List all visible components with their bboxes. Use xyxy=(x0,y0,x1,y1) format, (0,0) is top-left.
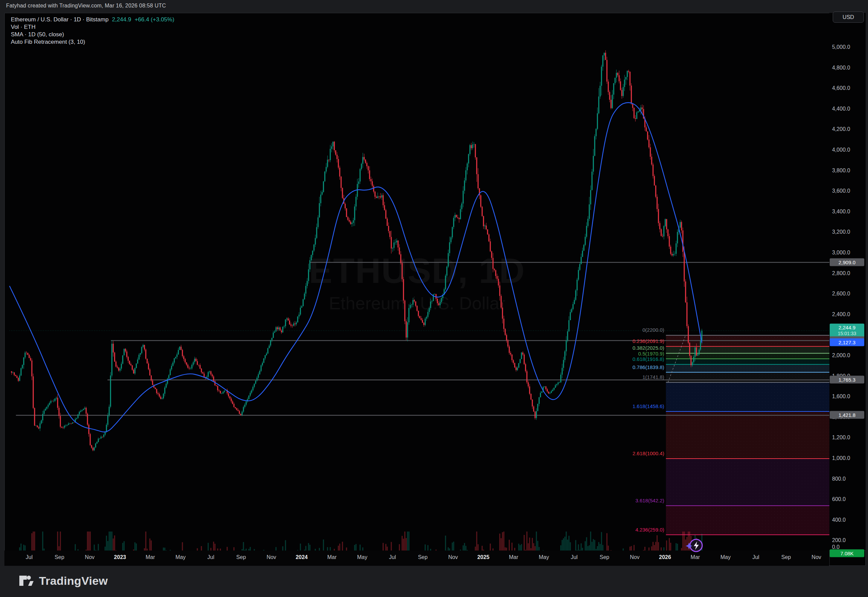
time-month-label: Sep xyxy=(236,554,246,560)
price-tick-label: 3,600.0 xyxy=(832,188,850,194)
sma-line[interactable] xyxy=(9,102,702,432)
price-tick-label: 3,200.0 xyxy=(832,229,850,235)
ai-lightning-icon[interactable] xyxy=(685,537,704,555)
fib-level-label: 3.618(542.2) xyxy=(5,497,664,503)
price-badge-green: 7.08K xyxy=(830,549,864,557)
price-badge-blue: 2,127.3 xyxy=(830,339,864,346)
time-month-label: Nov xyxy=(85,554,94,560)
candle-bodies-down xyxy=(12,53,696,450)
price-tick-label: 4,000.0 xyxy=(832,147,850,153)
time-month-label: Sep xyxy=(781,554,791,560)
price-badge-teal: 2,244.915:01:33 xyxy=(830,324,864,337)
price-tick-label: 4,800.0 xyxy=(832,65,850,71)
fib-level-label: 1(1741.8) xyxy=(5,374,664,380)
price-tick-label: 1,200.0 xyxy=(832,435,850,441)
time-month-label: May xyxy=(357,554,367,560)
legend-sma-row[interactable]: SMA · 1D (50, close) xyxy=(11,31,174,38)
time-month-label: Jul xyxy=(207,554,214,560)
attribution-bar: Fatyhad created with TradingView.com, Ma… xyxy=(0,0,868,13)
price-tick-label: 3,400.0 xyxy=(832,209,850,215)
legend: Ethereum / U.S. Dollar · 1D · Bitstamp2,… xyxy=(11,16,174,46)
fib-level-label: 1.618(1458.6) xyxy=(5,403,664,409)
fib-level-label: 0.618(1916.8) xyxy=(5,356,664,362)
price-tick-label: 5,000.0 xyxy=(832,44,850,50)
price-badge-gray: 1,765.3 xyxy=(830,376,864,384)
price-axis[interactable]: 5,000.04,800.04,600.04,400.04,200.04,000… xyxy=(829,13,866,550)
time-year-label: 2025 xyxy=(477,554,490,560)
price-tick-label: 3,800.0 xyxy=(832,168,850,174)
tradingview-logo-text: TradingView xyxy=(39,574,108,588)
attribution-text: Fatyhad created with TradingView.com, Ma… xyxy=(6,3,166,9)
candle-wicks-down xyxy=(12,50,696,451)
candlestick-chart[interactable] xyxy=(5,13,829,551)
price-tick-label: 1,000.0 xyxy=(832,455,850,461)
price-tick-label: 2,000.0 xyxy=(832,352,850,359)
time-month-label: Jul xyxy=(389,554,396,560)
time-month-label: Jul xyxy=(752,554,759,560)
time-month-label: May xyxy=(720,554,731,560)
fib-band-texture xyxy=(666,335,829,535)
volume-bars-up xyxy=(13,532,702,551)
time-month-label: May xyxy=(539,554,549,560)
brand-bar: TradingView xyxy=(0,566,868,597)
time-month-label: Nov xyxy=(267,554,276,560)
fib-level-label: 2.618(1000.4) xyxy=(5,450,664,456)
legend-volume-row[interactable]: Vol · ETH xyxy=(11,24,174,31)
tradingview-mark-icon xyxy=(19,573,34,588)
price-tick-label: 1,600.0 xyxy=(832,394,850,399)
time-month-label: Mar xyxy=(327,554,337,560)
price-tick-label: 4,200.0 xyxy=(832,126,850,132)
price-tick-label: 400.0 xyxy=(832,517,846,523)
fib-level-label: 4.236(259.0) xyxy=(5,526,664,532)
time-month-label: Sep xyxy=(55,554,64,560)
time-month-label: Jul xyxy=(571,554,578,560)
fib-level-label: 0.786(1839.8) xyxy=(5,364,664,370)
time-month-label: Sep xyxy=(418,554,428,560)
time-month-label: Mar xyxy=(509,554,518,560)
time-year-label: 2026 xyxy=(659,554,671,560)
candle-bodies-up xyxy=(13,53,702,450)
price-tick-label: 600.0 xyxy=(832,496,846,502)
legend-price: 2,244.9 xyxy=(112,16,131,23)
time-axis[interactable]: JulSepNov2023MarMayJulSepNov2024MarMayJu… xyxy=(4,551,829,566)
price-tick-label: 800.0 xyxy=(832,476,846,482)
price-badge-gray: 1,421.8 xyxy=(830,411,864,419)
fib-level-label: 0.236(2091.9) xyxy=(5,338,664,344)
time-month-label: Nov xyxy=(448,554,458,560)
legend-symbol: Ethereum / U.S. Dollar · 1D · Bitstamp xyxy=(11,16,108,23)
price-tick-label: 2,600.0 xyxy=(832,291,850,297)
legend-volume-label: Vol · ETH xyxy=(11,24,36,30)
price-tick-label: 2,400.0 xyxy=(832,311,850,318)
time-month-label: May xyxy=(175,554,185,560)
legend-change: +66.4 (+3.05%) xyxy=(135,16,174,23)
time-month-label: Sep xyxy=(600,554,609,560)
time-month-label: Mar xyxy=(691,554,700,560)
legend-symbol-row[interactable]: Ethereum / U.S. Dollar · 1D · Bitstamp2,… xyxy=(11,16,174,23)
time-year-label: 2023 xyxy=(114,554,126,560)
legend-fib-row[interactable]: Auto Fib Retracement (3, 10) xyxy=(11,38,174,46)
tradingview-logo[interactable]: TradingView xyxy=(19,573,108,588)
time-year-label: 2024 xyxy=(296,554,308,560)
price-tick-label: 200.0 xyxy=(832,537,846,544)
chart-pane[interactable]: ETHUSD, 1D Ethereum / U.S. Dollar 0(2200… xyxy=(5,13,829,551)
legend-sma-label: SMA · 1D (50, close) xyxy=(11,31,64,38)
price-tick-label: 3,000.0 xyxy=(832,249,850,256)
fib-level-label: 0.382(2025.0) xyxy=(5,345,664,351)
price-tick-label: 2,800.0 xyxy=(832,270,850,276)
time-month-label: Nov xyxy=(812,554,821,560)
legend-fib-label: Auto Fib Retracement (3, 10) xyxy=(11,39,85,45)
price-badge-gray: 2,909.0 xyxy=(830,258,864,266)
countdown-timer: 15:01:33 xyxy=(830,331,864,336)
fib-level-label: 0.5(1970.9) xyxy=(5,350,664,356)
currency-toggle-button[interactable]: USD xyxy=(833,12,864,23)
time-month-label: Jul xyxy=(26,554,33,560)
fib-level-label: 0(2200.0) xyxy=(5,327,664,333)
time-month-label: Mar xyxy=(145,554,155,560)
time-month-label: Nov xyxy=(630,554,640,560)
tradingview-screenshot: Fatyhad created with TradingView.com, Ma… xyxy=(0,0,868,597)
price-tick-label: 4,600.0 xyxy=(832,85,850,91)
chart-frame: ETHUSD, 1D Ethereum / U.S. Dollar 0(2200… xyxy=(4,13,866,566)
price-tick-label: 4,400.0 xyxy=(832,106,850,112)
